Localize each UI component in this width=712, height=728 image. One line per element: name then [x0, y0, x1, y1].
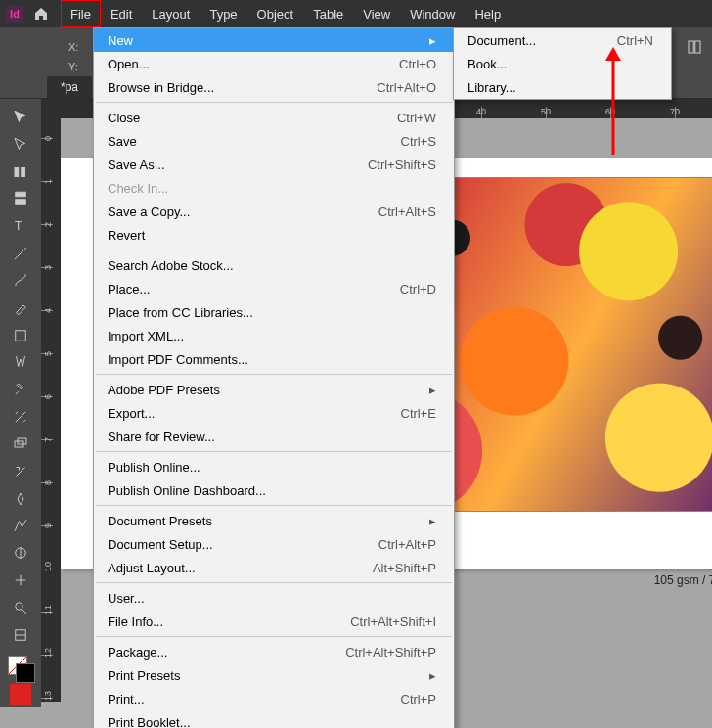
menu-item-label: Save As... — [108, 158, 348, 172]
file-menu-print[interactable]: Print...Ctrl+P — [94, 687, 454, 710]
menu-item-accel: Ctrl+Shift+S — [368, 158, 436, 172]
file-menu-package[interactable]: Package...Ctrl+Alt+Shift+P — [94, 640, 454, 663]
menu-object[interactable]: Object — [247, 0, 304, 27]
menu-item-label: Search Adobe Stock... — [108, 258, 436, 273]
svg-rect-7 — [689, 41, 693, 53]
file-menu-publish-online-dashboard[interactable]: Publish Online Dashboard... — [94, 478, 454, 502]
color-mode-red[interactable] — [6, 682, 35, 707]
file-menu-print-presets[interactable]: Print Presets▸ — [94, 663, 454, 687]
menu-item-label: Book... — [467, 57, 653, 71]
file-menu-adobe-pdf-presets[interactable]: Adobe PDF Presets▸ — [94, 378, 454, 401]
svg-rect-10 — [22, 167, 25, 176]
menu-item-label: Print Booklet... — [108, 715, 436, 729]
measure-tool[interactable] — [6, 568, 35, 593]
gradient-feather-tool[interactable] — [6, 459, 35, 484]
app-icon: Id — [6, 5, 23, 23]
xy-readout: X: Y: — [68, 37, 78, 76]
menu-item-label: Adobe PDF Presets — [108, 383, 421, 397]
menu-item-label: New — [108, 33, 421, 48]
menu-item-accel: Ctrl+Alt+Shift+I — [350, 614, 436, 629]
file-menu-save-a-copy[interactable]: Save a Copy...Ctrl+Alt+S — [94, 200, 454, 223]
svg-point-20 — [16, 603, 23, 611]
menu-edit[interactable]: Edit — [101, 0, 142, 27]
file-menu-save[interactable]: SaveCtrl+S — [94, 129, 454, 153]
color-theme-tool[interactable] — [6, 513, 35, 538]
direct-selection-tool[interactable] — [6, 132, 35, 158]
menu-item-accel: Ctrl+Alt+S — [378, 205, 436, 219]
file-menu-close[interactable]: CloseCtrl+W — [94, 106, 454, 129]
file-menu-place-from-cc-libraries[interactable]: Place from CC Libraries... — [94, 300, 454, 324]
menu-type[interactable]: Type — [200, 0, 246, 27]
file-menu-save-as[interactable]: Save As...Ctrl+Shift+S — [94, 153, 454, 176]
svg-rect-11 — [16, 193, 26, 198]
svg-rect-9 — [15, 167, 19, 176]
polygon-tool[interactable] — [6, 349, 35, 375]
document-tab[interactable]: *pa — [47, 76, 92, 98]
menu-layout[interactable]: Layout — [142, 0, 200, 27]
zoom-tool[interactable] — [6, 622, 35, 648]
file-menu-print-booklet[interactable]: Print Booklet... — [94, 710, 454, 728]
file-menu-document-presets[interactable]: Document Presets▸ — [94, 509, 454, 532]
menu-item-accel: Ctrl+Alt+O — [377, 80, 436, 95]
menu-table[interactable]: Table — [303, 0, 353, 27]
file-menu-adjust-layout[interactable]: Adjust Layout...Alt+Shift+P — [94, 556, 454, 579]
new-submenu-book[interactable]: Book... — [454, 52, 671, 75]
selection-tool[interactable] — [6, 105, 35, 130]
menu-view[interactable]: View — [353, 0, 400, 27]
menu-item-label: Package... — [108, 645, 326, 660]
menu-item-label: Adjust Layout... — [108, 561, 353, 575]
scissors-tool[interactable] — [6, 377, 35, 402]
file-menu: New▸Open...Ctrl+OBrowse in Bridge...Ctrl… — [93, 27, 455, 728]
file-menu-publish-online[interactable]: Publish Online... — [94, 455, 454, 478]
document-tabs: *pa — [47, 72, 92, 98]
new-submenu-library[interactable]: Library... — [454, 75, 671, 99]
new-submenu-document[interactable]: Document...Ctrl+N — [454, 28, 671, 52]
menu-item-accel: Ctrl+N — [617, 33, 653, 48]
menu-item-accel: Ctrl+P — [401, 692, 436, 706]
file-menu-browse-in-bridge[interactable]: Browse in Bridge...Ctrl+Alt+O — [94, 75, 454, 99]
menu-item-accel: Ctrl+W — [397, 111, 436, 125]
file-menu-import-xml[interactable]: Import XML... — [94, 324, 454, 347]
page-tool[interactable] — [6, 159, 35, 185]
file-menu-revert[interactable]: Revert — [94, 223, 454, 247]
pen-tool[interactable] — [6, 268, 35, 294]
menu-item-accel: Ctrl+O — [399, 57, 436, 71]
menu-item-label: Import XML... — [108, 329, 436, 343]
line-tool[interactable] — [6, 241, 35, 266]
file-menu-import-pdf-comments[interactable]: Import PDF Comments... — [94, 347, 454, 371]
gsm-readout: 105 gsm / 71 — [654, 573, 712, 587]
type-tool[interactable]: T — [6, 213, 35, 239]
menu-item-accel: Ctrl+D — [400, 282, 436, 296]
file-menu-file-info[interactable]: File Info...Ctrl+Alt+Shift+I — [94, 610, 454, 633]
note-tool[interactable] — [6, 486, 35, 512]
menu-file[interactable]: File — [61, 0, 101, 27]
file-menu-document-setup[interactable]: Document Setup...Ctrl+Alt+P — [94, 532, 454, 556]
file-menu-new[interactable]: New▸ — [94, 28, 454, 52]
menu-item-label: File Info... — [108, 614, 331, 629]
menu-item-label: Save a Copy... — [108, 205, 359, 219]
menu-item-label: Share for Review... — [108, 430, 436, 444]
menu-help[interactable]: Help — [465, 0, 511, 27]
menu-item-label: Browse in Bridge... — [108, 80, 357, 95]
menu-item-label: Place from CC Libraries... — [108, 305, 436, 320]
free-transform-tool[interactable] — [6, 404, 35, 430]
file-menu-export[interactable]: Export...Ctrl+E — [94, 401, 454, 425]
menu-item-label: Print... — [108, 692, 381, 706]
menu-item-label: User... — [108, 591, 436, 606]
hand-tool[interactable] — [6, 595, 35, 620]
panel-icon-3[interactable] — [683, 35, 706, 59]
fill-stroke-swatch[interactable] — [6, 654, 35, 681]
file-menu-search-adobe-stock[interactable]: Search Adobe Stock... — [94, 253, 454, 277]
menu-window[interactable]: Window — [400, 0, 465, 27]
home-icon[interactable] — [31, 4, 51, 23]
x-label: X: — [68, 41, 78, 53]
file-menu-open[interactable]: Open...Ctrl+O — [94, 52, 454, 75]
pencil-tool[interactable] — [6, 296, 35, 321]
eyedropper-tool[interactable] — [6, 540, 35, 566]
file-menu-share-for-review[interactable]: Share for Review... — [94, 425, 454, 448]
file-menu-place[interactable]: Place...Ctrl+D — [94, 277, 454, 300]
rectangle-tool[interactable] — [6, 323, 35, 348]
gradient-swatch-tool[interactable] — [6, 432, 35, 457]
gap-tool[interactable] — [6, 186, 35, 211]
file-menu-user[interactable]: User... — [94, 586, 454, 610]
